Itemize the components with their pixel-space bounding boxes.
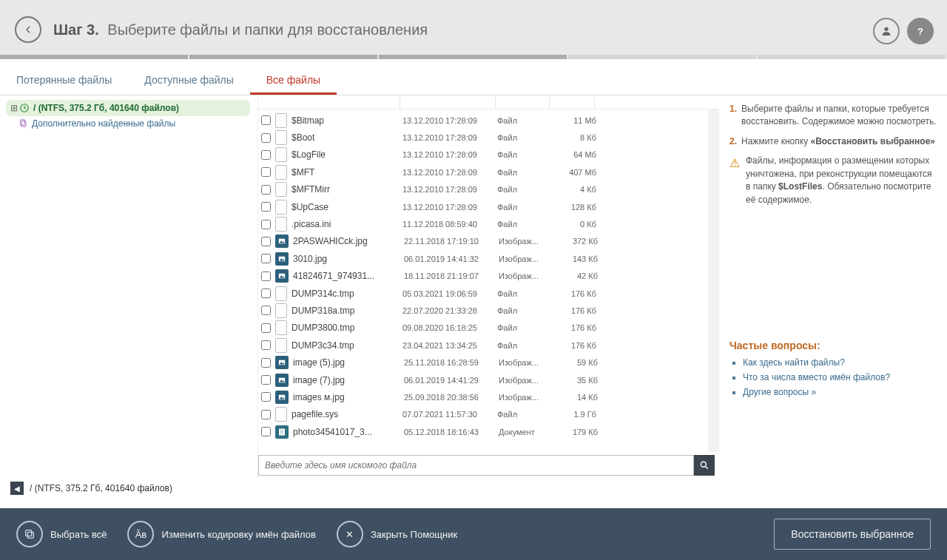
change-encoding-button[interactable]: Ăв Изменить кодировку имён файлов <box>127 521 315 547</box>
file-type: Файл <box>497 341 550 350</box>
tab-доступные-файлы[interactable]: Доступные файлы <box>128 65 249 95</box>
row-checkbox[interactable] <box>261 410 271 419</box>
faq-link[interactable]: Что за числа вместо имён файлов? <box>743 372 937 382</box>
row-checkbox[interactable] <box>261 358 271 368</box>
file-size: 35 Кб <box>552 376 602 385</box>
close-icon: ✕ <box>337 521 363 547</box>
row-checkbox[interactable] <box>261 220 271 229</box>
row-checkbox[interactable] <box>261 185 271 195</box>
close-assistant-button[interactable]: ✕ Закрыть Помощник <box>337 521 457 547</box>
file-icon <box>275 200 287 215</box>
table-row[interactable]: images м.jpg25.09.2018 20:38:56Изображ..… <box>258 388 708 405</box>
image-icon <box>275 269 289 283</box>
file-size: 143 Кб <box>552 254 602 263</box>
file-name: .picasa.ini <box>291 219 402 229</box>
row-checkbox[interactable] <box>261 427 271 436</box>
file-size: 0 Кб <box>550 220 601 229</box>
wizard-progress <box>0 55 947 59</box>
row-checkbox[interactable] <box>261 271 271 281</box>
row-checkbox[interactable] <box>261 392 271 402</box>
user-icon[interactable] <box>873 18 900 44</box>
tree-extra-node[interactable]: Дополнительно найденные файлы <box>6 116 250 131</box>
table-row[interactable]: 3010.jpg06.01.2019 14:41:32Изображ...143… <box>258 250 708 267</box>
table-row[interactable]: 41824671_974931...18.11.2018 21:19:07Изо… <box>258 268 708 285</box>
file-size: 1.9 Гб <box>550 410 601 419</box>
file-size: 42 Кб <box>552 271 602 280</box>
back-button[interactable] <box>15 16 41 43</box>
file-icon <box>275 130 287 145</box>
faq-link[interactable]: Как здесь найти файлы? <box>743 357 937 368</box>
tab-потерянные-файлы[interactable]: Потерянные файлы <box>0 65 128 95</box>
warning-icon: ⚠ <box>729 155 740 206</box>
breadcrumb-prev-button[interactable]: ◀ <box>10 482 24 495</box>
table-row[interactable]: DUMP314c.tmp05.03.2021 19:06:59Файл176 К… <box>258 285 708 302</box>
tab-все-файлы[interactable]: Все файлы <box>250 65 337 95</box>
file-icon <box>275 182 287 197</box>
table-row[interactable]: $Boot13.12.2010 17:28:09Файл8 Кб <box>258 129 708 146</box>
footer-bar: Выбрать всё Ăв Изменить кодировку имён ф… <box>0 508 947 560</box>
file-type: Файл <box>497 150 550 159</box>
file-type: Изображ... <box>499 271 552 280</box>
file-icon <box>275 147 287 162</box>
faq-link[interactable]: Другие вопросы » <box>743 387 937 397</box>
file-type: Файл <box>497 220 550 229</box>
file-type: Файл <box>497 306 550 315</box>
step-title: Выберите файлы и папки для восстановлени… <box>107 21 428 38</box>
file-type: Изображ... <box>499 376 552 385</box>
file-date: 06.01.2019 14:41:29 <box>404 376 499 385</box>
row-checkbox[interactable] <box>261 306 271 315</box>
breadcrumb-path: / (NTFS, 375.2 Гб, 401640 файлов) <box>30 483 172 493</box>
file-type: Файл <box>497 203 550 212</box>
table-row[interactable]: DUMP3800.tmp09.08.2020 16:18:25Файл176 К… <box>258 320 708 337</box>
table-row[interactable]: $MFT13.12.2010 17:28:09Файл407 Мб <box>258 163 708 181</box>
row-checkbox[interactable] <box>261 375 271 385</box>
table-row[interactable]: $UpCase13.12.2010 17:28:09Файл128 Кб <box>258 198 708 215</box>
tree-root-label: / (NTFS, 375.2 Гб, 401640 файлов) <box>33 103 179 113</box>
row-checkbox[interactable] <box>261 150 271 160</box>
table-row[interactable]: 2PASWAHICck.jpg22.11.2018 17:19:10Изобра… <box>258 233 708 250</box>
file-type: Файл <box>497 116 550 125</box>
file-name: 2PASWAHICck.jpg <box>293 236 404 246</box>
arrow-left-icon <box>23 24 33 35</box>
step-1-text: Выберите файлы и папки, которые требуетс… <box>741 103 937 128</box>
help-panel: 1. Выберите файлы и папки, которые требу… <box>719 95 947 479</box>
row-checkbox[interactable] <box>261 133 271 143</box>
file-date: 05.03.2021 19:06:59 <box>402 289 497 298</box>
expand-icon[interactable]: ⊞ <box>10 103 18 113</box>
row-checkbox[interactable] <box>261 202 271 212</box>
file-name: $Boot <box>291 132 402 143</box>
table-row[interactable]: image (7).jpg06.01.2019 14:41:29Изображ.… <box>258 371 708 388</box>
tabs: Потерянные файлыДоступные файлыВсе файлы <box>0 65 947 95</box>
row-checkbox[interactable] <box>261 289 271 298</box>
table-row[interactable]: DUMP3c34.tmp23.04.2021 13:34:25Файл176 К… <box>258 337 708 354</box>
table-row[interactable]: $Bitmap13.12.2010 17:28:09Файл11 Мб <box>258 112 708 129</box>
svg-rect-21 <box>26 530 32 536</box>
breadcrumb: ◀ / (NTFS, 375.2 Гб, 401640 файлов) <box>0 479 947 498</box>
table-row[interactable]: image (5).jpg25.11.2018 16:28:59Изображ.… <box>258 354 708 371</box>
table-row[interactable]: $MFTMirr13.12.2010 17:28:09Файл4 Кб <box>258 181 708 198</box>
file-name: 3010.jpg <box>293 254 404 264</box>
row-checkbox[interactable] <box>261 115 271 125</box>
step-number-1: 1. <box>729 103 737 128</box>
file-name: $MFTMirr <box>291 184 402 195</box>
file-type: Документ <box>499 428 552 436</box>
select-all-button[interactable]: Выбрать всё <box>16 521 107 547</box>
tree-root-node[interactable]: ⊞ / (NTFS, 375.2 Гб, 401640 файлов) <box>6 100 250 116</box>
row-checkbox[interactable] <box>261 254 271 263</box>
table-row[interactable]: photo34541017_3...05.12.2018 18:16:43Док… <box>258 423 708 440</box>
table-row[interactable]: pagefile.sys07.07.2021 11:57:30Файл1.9 Г… <box>258 406 708 423</box>
help-icon[interactable]: ? <box>907 18 934 44</box>
vertical-scrollbar[interactable] <box>708 109 719 452</box>
search-button[interactable] <box>694 455 715 476</box>
row-checkbox[interactable] <box>261 340 271 350</box>
file-name: image (7).jpg <box>293 375 404 385</box>
table-row[interactable]: .picasa.ini11.12.2018 08:59:40Файл0 Кб <box>258 215 708 232</box>
row-checkbox[interactable] <box>261 323 271 333</box>
table-row[interactable]: $LogFile13.12.2010 17:28:09Файл64 Мб <box>258 146 708 163</box>
restore-selected-button[interactable]: Восстановить выбранное <box>774 519 931 550</box>
row-checkbox[interactable] <box>261 167 271 177</box>
table-row[interactable]: DUMP318a.tmp22.07.2020 21:33:28Файл176 К… <box>258 302 708 319</box>
image-icon <box>275 356 289 369</box>
row-checkbox[interactable] <box>261 237 271 246</box>
search-input[interactable] <box>258 455 694 476</box>
